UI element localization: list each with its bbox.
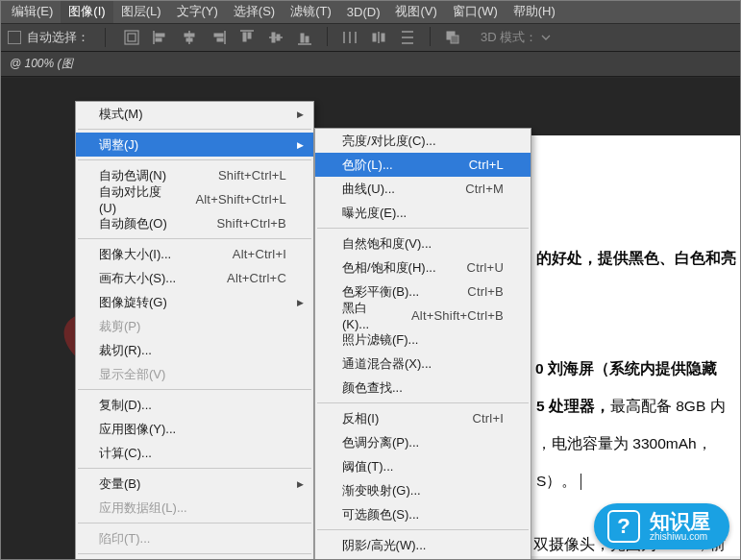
menu-item[interactable]: 阴影/高光(W)... [315, 533, 531, 557]
menu-item-label: 模式(M) [99, 106, 143, 123]
menu-separator [317, 529, 529, 530]
menu-item[interactable]: 自然饱和度(V)... [315, 231, 531, 256]
menu-item[interactable]: 曝光度(E)... [315, 201, 531, 225]
menu-item-label: 应用图像(Y)... [99, 421, 176, 438]
mode3d-label: 3D 模式： [481, 29, 537, 46]
chevron-down-icon[interactable] [541, 33, 551, 42]
menu-separator [78, 468, 311, 469]
document-tabstrip: @ 100% (图 [0, 52, 741, 77]
menu-item[interactable]: 黑白(K)...Alt+Shift+Ctrl+B [315, 304, 531, 328]
distribute-h-icon[interactable] [339, 27, 360, 48]
menubar-item[interactable]: 滤镜(T) [283, 0, 339, 23]
menu-item[interactable]: 色阶(L)...Ctrl+L [315, 153, 531, 177]
menu-item-label: 自动色调(N) [99, 167, 166, 184]
autoselect-checkbox[interactable] [8, 31, 21, 44]
align-bottom-icon[interactable] [294, 27, 315, 48]
svg-rect-30 [451, 36, 458, 43]
menubar-item[interactable]: 图像(I) [61, 0, 112, 23]
menubar-item[interactable]: 窗口(W) [445, 0, 506, 23]
menu-item-label: 裁切(R)... [99, 342, 152, 359]
svg-rect-15 [272, 33, 275, 42]
menu-item-label: 自然饱和度(V)... [342, 235, 432, 253]
menu-item-label: 反相(I) [342, 410, 379, 427]
menu-item[interactable]: 图像大小(I)...Alt+Ctrl+I [76, 242, 313, 266]
menubar-item[interactable]: 图层(L) [113, 0, 169, 23]
align-top-icon[interactable] [236, 27, 258, 48]
menu-item[interactable]: 颜色查找... [315, 376, 531, 400]
menubar-item[interactable]: 3D(D) [339, 2, 388, 22]
document-tab-label[interactable]: @ 100% (图 [10, 56, 73, 72]
menu-separator [78, 238, 311, 239]
menu-item-label: 色彩平衡(B)... [342, 283, 419, 301]
menu-item-label: 颜色查找... [342, 379, 403, 397]
menu-item[interactable]: 阈值(T)... [315, 454, 531, 478]
menu-item-shortcut: Ctrl+M [446, 182, 504, 196]
menu-item[interactable]: 自动对比度(U)Alt+Shift+Ctrl+L [76, 187, 313, 211]
adjustments-submenu: 亮度/对比度(C)...色阶(L)...Ctrl+L曲线(U)...Ctrl+M… [314, 128, 531, 560]
menu-item[interactable]: 变量(B) [76, 472, 313, 496]
menu-item[interactable]: 照片滤镜(F)... [315, 328, 531, 352]
distribute-v-icon[interactable] [397, 27, 418, 48]
menu-item-label: 陷印(T)... [99, 530, 150, 548]
menubar-item[interactable]: 编辑(E) [4, 0, 61, 23]
menu-item[interactable]: 渐变映射(G)... [315, 478, 531, 502]
menu-item-label: 可选颜色(S)... [342, 506, 419, 523]
menu-item: 裁剪(P) [76, 314, 313, 338]
svg-rect-16 [277, 35, 280, 40]
menu-item[interactable]: 计算(C)... [76, 441, 313, 465]
menu-item-label: 图像旋转(G) [99, 294, 167, 311]
doc-line: ，电池容量为 3300mAh， [536, 434, 712, 454]
menu-item-shortcut: Shift+Ctrl+B [198, 216, 287, 231]
menu-item-shortcut: Shift+Ctrl+L [199, 168, 286, 183]
menu-item-shortcut: Ctrl+L [450, 158, 504, 172]
menu-item-shortcut: Alt+Shift+Ctrl+B [392, 308, 504, 323]
align-right-icon[interactable] [208, 27, 229, 48]
svg-rect-4 [156, 38, 161, 41]
menu-item[interactable]: 曲线(U)...Ctrl+M [315, 177, 531, 201]
transform-controls-icon[interactable] [121, 27, 142, 48]
menubar-item[interactable]: 帮助(H) [506, 0, 563, 23]
menu-item[interactable]: 自动颜色(O)Shift+Ctrl+B [76, 211, 313, 235]
menu-item[interactable]: 调整(J) [76, 133, 313, 157]
svg-rect-1 [128, 34, 136, 41]
align-left-icon[interactable] [150, 27, 171, 48]
zhishiwu-badge[interactable]: ? 知识屋 zhishiwu.com [594, 503, 729, 549]
menubar-item[interactable]: 文字(Y) [169, 0, 226, 23]
menu-separator [78, 523, 311, 523]
menu-item-label: 阈值(T)... [342, 458, 393, 475]
menu-separator [317, 402, 529, 403]
menu-item[interactable]: 反相(I)Ctrl+I [315, 406, 531, 430]
menubar-item[interactable]: 选择(S) [226, 0, 283, 23]
align-hcenter-icon[interactable] [179, 27, 200, 48]
menu-item: 陷印(T)... [76, 526, 313, 550]
align-vcenter-icon[interactable] [265, 27, 286, 48]
distribute-h2-icon[interactable] [368, 27, 389, 48]
menu-item[interactable]: 色调分离(P)... [315, 430, 531, 454]
menu-item[interactable]: 复制(D)... [76, 393, 313, 417]
menu-item[interactable]: 裁切(R)... [76, 338, 313, 362]
canvas-area: 的好处，提供黑色、白色和亮 0 刘海屏（系统内提供隐藏 5 处理器，最高配备 8… [0, 78, 741, 560]
arrange-icon[interactable] [442, 27, 463, 48]
menu-separator [78, 159, 311, 160]
menu-item-label: 调整(J) [99, 136, 138, 154]
align-tools [121, 27, 463, 48]
menu-item[interactable]: 通道混合器(X)... [315, 352, 531, 376]
svg-rect-13 [248, 33, 251, 38]
menu-item[interactable]: 色相/饱和度(H)...Ctrl+U [315, 256, 531, 280]
menu-item[interactable]: 画布大小(S)...Alt+Ctrl+C [76, 266, 313, 290]
menu-item-shortcut: Alt+Ctrl+I [213, 247, 286, 261]
svg-rect-0 [125, 31, 138, 44]
doc-line: 的好处，提供黑色、白色和亮 [536, 249, 736, 269]
menubar-item[interactable]: 视图(V) [387, 0, 444, 23]
menu-item-label: 色调分离(P)... [342, 434, 419, 451]
menu-item[interactable]: 亮度/对比度(C)... [315, 129, 531, 153]
menu-item[interactable]: 模式(M) [76, 102, 313, 126]
svg-rect-23 [373, 34, 376, 41]
menu-item-label: 渐变映射(G)... [342, 482, 421, 499]
menu-item-label: 裁剪(P) [99, 318, 140, 335]
menu-item[interactable]: 可选颜色(S)... [315, 502, 531, 526]
menu-item[interactable]: 应用图像(Y)... [76, 417, 313, 441]
menu-item-shortcut: Ctrl+B [448, 284, 504, 299]
separator [105, 28, 106, 47]
menu-item[interactable]: 图像旋转(G) [76, 290, 313, 314]
